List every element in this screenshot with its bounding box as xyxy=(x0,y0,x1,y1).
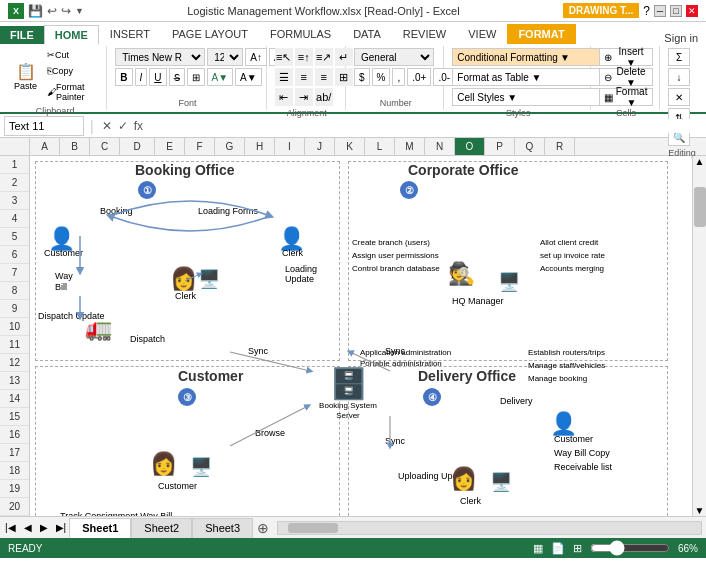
row-17[interactable]: 17 xyxy=(0,444,29,462)
quick-undo[interactable]: ↩ xyxy=(47,4,57,18)
clear-button[interactable]: ✕ xyxy=(668,88,690,106)
sign-in-area[interactable]: Sign in xyxy=(664,32,698,44)
align-top-right-button[interactable]: ≡↗ xyxy=(315,48,333,66)
cell-styles-button[interactable]: Cell Styles ▼ xyxy=(452,88,612,106)
col-header-Q[interactable]: Q xyxy=(515,138,545,155)
col-header-K[interactable]: K xyxy=(335,138,365,155)
zoom-slider[interactable] xyxy=(590,544,670,552)
tab-home[interactable]: HOME xyxy=(44,25,99,45)
orient-button[interactable]: ab/ xyxy=(315,88,333,106)
col-header-N[interactable]: N xyxy=(425,138,455,155)
sheet-nav-left[interactable]: ◀ xyxy=(21,522,35,533)
underline-button[interactable]: U xyxy=(149,68,166,86)
dropdown-arrow[interactable]: ▼ xyxy=(75,6,84,16)
font-color-button[interactable]: A▼ xyxy=(235,68,262,86)
h-scroll-thumb[interactable] xyxy=(288,523,338,533)
border-button[interactable]: ⊞ xyxy=(187,68,205,86)
help-button[interactable]: ? xyxy=(643,4,650,18)
normal-view-button[interactable]: ▦ xyxy=(533,542,543,555)
sign-in-label[interactable]: Sign in xyxy=(664,32,698,44)
sheet-tab-sheet2[interactable]: Sheet2 xyxy=(131,518,192,538)
row-14[interactable]: 14 xyxy=(0,390,29,408)
row-18[interactable]: 18 xyxy=(0,462,29,480)
format-as-table-button[interactable]: Format as Table ▼ xyxy=(452,68,612,86)
formula-input[interactable] xyxy=(149,119,702,133)
row-19[interactable]: 19 xyxy=(0,480,29,498)
format-button[interactable]: ▦ Format ▼ xyxy=(599,88,653,106)
sheet-tab-sheet3[interactable]: Sheet3 xyxy=(192,518,253,538)
fill-button[interactable]: ↓ xyxy=(668,68,690,86)
row-4[interactable]: 4 xyxy=(0,210,29,228)
row-6[interactable]: 6 xyxy=(0,246,29,264)
font-size-select[interactable]: 12.1 xyxy=(207,48,243,66)
align-left-button[interactable]: ☰ xyxy=(275,68,293,86)
row-11[interactable]: 11 xyxy=(0,336,29,354)
col-header-P[interactable]: P xyxy=(485,138,515,155)
strikethrough-button[interactable]: S̶ xyxy=(169,68,185,86)
copy-button[interactable]: ⎘ Copy xyxy=(43,64,100,78)
font-name-select[interactable]: Times New R xyxy=(115,48,205,66)
col-header-F[interactable]: F xyxy=(185,138,215,155)
row-10[interactable]: 10 xyxy=(0,318,29,336)
add-sheet-button[interactable]: ⊕ xyxy=(253,518,273,538)
col-header-O[interactable]: O xyxy=(455,138,485,155)
insert-button[interactable]: ⊕ Insert ▼ xyxy=(599,48,653,66)
comma-button[interactable]: , xyxy=(392,68,405,86)
col-header-H[interactable]: H xyxy=(245,138,275,155)
row-8[interactable]: 8 xyxy=(0,282,29,300)
name-box[interactable] xyxy=(4,116,84,136)
sheet-tab-sheet1[interactable]: Sheet1 xyxy=(69,518,131,538)
sheet-nav-right[interactable]: ▶ xyxy=(37,522,51,533)
col-header-A[interactable]: A xyxy=(30,138,60,155)
tab-insert[interactable]: INSERT xyxy=(99,24,161,44)
col-header-L[interactable]: L xyxy=(365,138,395,155)
fill-color-button[interactable]: A▼ xyxy=(207,68,234,86)
page-break-view-button[interactable]: ⊞ xyxy=(573,542,582,555)
quick-redo[interactable]: ↪ xyxy=(61,4,71,18)
row-7[interactable]: 7 xyxy=(0,264,29,282)
tab-review[interactable]: REVIEW xyxy=(392,24,457,44)
function-button[interactable]: fx xyxy=(132,119,145,133)
row-1[interactable]: 1 xyxy=(0,156,29,174)
increase-indent-button[interactable]: ⇥ xyxy=(295,88,313,106)
currency-button[interactable]: $ xyxy=(354,68,370,86)
vertical-scrollbar[interactable]: ▲ ▼ xyxy=(692,156,706,516)
col-header-R[interactable]: R xyxy=(545,138,575,155)
align-top-center-button[interactable]: ≡↑ xyxy=(295,48,313,66)
tab-formulas[interactable]: FORMULAS xyxy=(259,24,342,44)
confirm-formula-button[interactable]: ✓ xyxy=(116,119,130,133)
row-3[interactable]: 3 xyxy=(0,192,29,210)
col-header-I[interactable]: I xyxy=(275,138,305,155)
paste-button[interactable]: 📋 Paste xyxy=(10,60,41,93)
decrease-indent-button[interactable]: ⇤ xyxy=(275,88,293,106)
tab-format[interactable]: FORMAT xyxy=(507,24,575,44)
scroll-down-button[interactable]: ▼ xyxy=(693,505,706,516)
sum-button[interactable]: Σ xyxy=(668,48,690,66)
sheet-nav-first[interactable]: |◀ xyxy=(2,522,19,533)
delete-button[interactable]: ⊖ Delete ▼ xyxy=(599,68,653,86)
align-top-left-button[interactable]: ≡↖ xyxy=(275,48,293,66)
tab-data[interactable]: DATA xyxy=(342,24,392,44)
row-16[interactable]: 16 xyxy=(0,426,29,444)
horizontal-scrollbar[interactable] xyxy=(277,521,702,535)
cut-button[interactable]: ✂ Cut xyxy=(43,48,100,62)
row-13[interactable]: 13 xyxy=(0,372,29,390)
percent-button[interactable]: % xyxy=(372,68,391,86)
scroll-up-button[interactable]: ▲ xyxy=(693,156,706,167)
align-right-button[interactable]: ≡ xyxy=(315,68,333,86)
quick-save[interactable]: 💾 xyxy=(28,4,43,18)
close-button[interactable]: ✕ xyxy=(686,5,698,17)
align-center-button[interactable]: ≡ xyxy=(295,68,313,86)
row-12[interactable]: 12 xyxy=(0,354,29,372)
cancel-formula-button[interactable]: ✕ xyxy=(100,119,114,133)
italic-button[interactable]: I xyxy=(135,68,148,86)
increase-decimal-button[interactable]: .0+ xyxy=(407,68,431,86)
minimize-button[interactable]: ─ xyxy=(654,5,666,17)
tab-page-layout[interactable]: PAGE LAYOUT xyxy=(161,24,259,44)
col-header-D[interactable]: D xyxy=(120,138,155,155)
conditional-formatting-button[interactable]: Conditional Formatting ▼ xyxy=(452,48,612,66)
font-increase-button[interactable]: A↑ xyxy=(245,48,267,66)
row-9[interactable]: 9 xyxy=(0,300,29,318)
row-15[interactable]: 15 xyxy=(0,408,29,426)
col-header-M[interactable]: M xyxy=(395,138,425,155)
